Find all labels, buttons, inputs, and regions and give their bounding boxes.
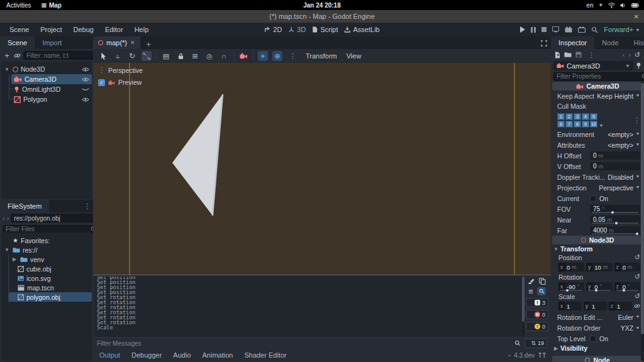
cull-mask-cell[interactable]: 6 xyxy=(557,121,565,128)
workspace-assetlib-button[interactable]: AssetLib xyxy=(345,26,380,33)
lock-icon[interactable] xyxy=(175,51,186,61)
scale-z-field[interactable]: z 1 xyxy=(609,302,632,310)
node-selector[interactable]: Camera3D ▼ xyxy=(553,61,633,70)
rotate-tool-icon[interactable]: ↻ xyxy=(127,51,137,61)
fs-item-res[interactable]: ▼ res:// xyxy=(1,245,92,255)
menu-debug[interactable]: Debug xyxy=(67,26,99,33)
bottom-tab-output[interactable]: Output xyxy=(99,351,120,359)
copy-log-icon[interactable] xyxy=(539,278,546,285)
menu-project[interactable]: Project xyxy=(35,26,67,33)
save-icon[interactable] xyxy=(575,52,582,58)
cull-mask-cell[interactable]: 5 xyxy=(590,113,597,120)
selectable-list-icon[interactable]: ▤ xyxy=(161,51,171,61)
v-offset-field[interactable]: 0 m xyxy=(590,162,640,170)
section-visibility[interactable]: ▶ Visibility xyxy=(552,344,643,353)
view-menu-icon[interactable]: ⋮ xyxy=(98,66,105,74)
fs-item-map-tscn[interactable]: map.tscn xyxy=(9,283,92,292)
fs-path-input[interactable] xyxy=(14,215,97,222)
environment-dropdown[interactable]: <empty> ▼ xyxy=(608,131,640,138)
eye-icon[interactable] xyxy=(82,77,89,82)
environment-icon[interactable]: ⊕ xyxy=(272,51,282,61)
fs-item-polygon-obj[interactable]: polygon.obj xyxy=(9,292,92,302)
rotation-order-dropdown[interactable]: YXZ ▼ xyxy=(621,324,640,332)
history-forward-icon[interactable]: › xyxy=(7,214,9,222)
chevron-down-icon[interactable]: ▼ xyxy=(599,124,604,128)
current-checkbox[interactable] xyxy=(590,195,596,202)
add-node-button[interactable]: + xyxy=(3,51,11,60)
rotation-x-field[interactable]: x -90 ° xyxy=(558,282,584,291)
keep-aspect-dropdown[interactable]: Keep Height ▼ xyxy=(597,92,640,100)
position-z-field[interactable]: z 0 m xyxy=(614,263,640,272)
scale-y-field[interactable]: y 1 xyxy=(584,302,607,310)
renderer-select[interactable]: Forward+ ▼ xyxy=(604,26,640,33)
remote-debug-icon[interactable] xyxy=(552,26,559,33)
transform-menu[interactable]: Transform xyxy=(303,52,340,60)
instance-scene-icon[interactable] xyxy=(14,52,21,59)
tab-inspector[interactable]: Inspector xyxy=(551,36,594,49)
fs-item-venv[interactable]: ▶ venv xyxy=(9,255,92,264)
perspective-menu[interactable]: ⋮ Perspective xyxy=(98,66,143,74)
movie-writer-icon[interactable] xyxy=(578,26,586,33)
profiler-icon[interactable] xyxy=(591,26,598,33)
warnings-count-badge[interactable]: ! 0 xyxy=(526,322,548,331)
movie-maker-icon[interactable] xyxy=(565,26,572,33)
log-lines-badge[interactable]: ⇅ 19 xyxy=(525,339,547,348)
fs-favorites[interactable]: ★ Favorites: xyxy=(1,236,92,245)
3d-viewport[interactable]: ⋮ Perspective ✓ Preview xyxy=(93,63,551,275)
far-slider[interactable]: 4000 m xyxy=(590,226,640,234)
close-icon[interactable]: ✕ xyxy=(130,40,135,46)
workspace-3d-button[interactable]: 3D xyxy=(288,26,306,33)
fs-item-icon-svg[interactable]: icon.svg xyxy=(9,273,92,283)
version-label[interactable]: 4.3.dev xyxy=(514,352,535,359)
rotation-y-field[interactable]: y 0 ° xyxy=(586,282,612,291)
bottom-tab-animation[interactable]: Animation xyxy=(203,351,233,359)
workspace-2d-button[interactable]: 2D xyxy=(264,26,282,33)
rotation-z-field[interactable]: z 0 ° xyxy=(614,282,640,291)
search-log-icon[interactable] xyxy=(537,287,546,295)
revert-icon[interactable]: ↺ xyxy=(635,273,640,281)
caret-down-icon[interactable]: ▼ xyxy=(4,67,10,72)
eye-icon[interactable] xyxy=(82,97,89,102)
clear-log-icon[interactable] xyxy=(528,278,535,285)
clock[interactable]: Jan 24 20:18 xyxy=(303,0,341,10)
menu-scene[interactable]: Scene xyxy=(4,26,35,33)
scale-tool-icon[interactable]: ↖↘ xyxy=(142,51,152,61)
history-forward-icon[interactable]: › xyxy=(628,51,631,58)
bottom-tab-debugger[interactable]: Debugger xyxy=(131,351,162,359)
section-transform[interactable]: ▼ Transform xyxy=(552,244,643,253)
ruler-icon[interactable]: ◎ xyxy=(204,51,214,61)
bottom-tab-audio[interactable]: Audio xyxy=(173,351,191,359)
update-icon[interactable] xyxy=(538,353,546,358)
tree-node-camera3d[interactable]: Camera3D xyxy=(11,74,92,84)
tab-filesystem[interactable]: FileSystem xyxy=(0,200,49,212)
errors-count-badge[interactable]: ✕ 0 xyxy=(526,310,548,319)
scene-tab-map[interactable]: map(*) ✕ xyxy=(93,36,140,49)
position-y-field[interactable]: y 10 m xyxy=(586,263,612,272)
link-scale-icon[interactable] xyxy=(634,303,640,309)
workspace-script-button[interactable]: Script xyxy=(312,26,338,33)
app-menu[interactable]: ▦ Map xyxy=(41,2,62,9)
menu-editor[interactable]: Editor xyxy=(99,26,129,33)
cull-mask-cell[interactable]: 2 xyxy=(565,113,573,120)
cull-mask-cell[interactable]: 10 xyxy=(590,121,597,128)
eye-icon[interactable] xyxy=(82,67,89,72)
pause-button[interactable] xyxy=(531,27,536,33)
load-resource-icon[interactable] xyxy=(564,52,572,58)
play-button[interactable] xyxy=(520,26,525,33)
cull-mask-cell[interactable]: 3 xyxy=(574,113,581,120)
rotation-edit-dropdown[interactable]: Euler ▼ xyxy=(618,314,640,321)
output-log[interactable]: Set position Set position Set position S… xyxy=(94,277,522,337)
tree-node-polygon[interactable]: Polygon xyxy=(11,94,92,104)
attributes-dropdown[interactable]: <empty> ▼ xyxy=(608,141,640,149)
history-back-icon[interactable]: ‹ xyxy=(3,214,5,222)
fs-filter-input[interactable] xyxy=(6,226,89,233)
cull-mask-cell[interactable]: 9 xyxy=(582,121,589,128)
caret-down-icon[interactable]: ▼ xyxy=(4,247,10,253)
new-resource-icon[interactable] xyxy=(555,52,560,58)
revert-icon[interactable]: ↺ xyxy=(635,292,640,300)
select-tool-icon[interactable] xyxy=(98,51,108,61)
collapse-log-icon[interactable]: ≣ xyxy=(528,287,533,295)
eye-closed-icon[interactable] xyxy=(82,87,89,92)
tab-history[interactable]: History xyxy=(626,36,644,49)
projection-dropdown[interactable]: Perspective ▼ xyxy=(599,184,640,192)
